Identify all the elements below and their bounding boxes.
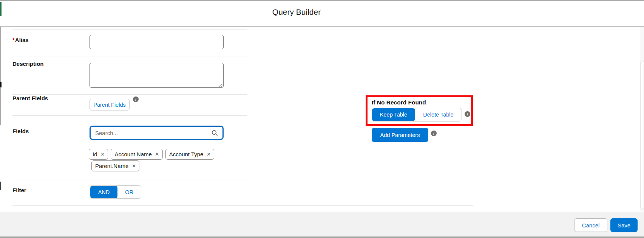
- alias-label: *Alias: [12, 37, 29, 43]
- filter-label: Filter: [12, 187, 26, 193]
- row-divider: [12, 56, 247, 56]
- parent-fields-label: Parent Fields: [12, 95, 48, 101]
- selected-fields-row-2: Parent.Name ×: [91, 160, 139, 171]
- page-title: Query Builder: [272, 8, 321, 17]
- background-page-edge: [0, 27, 1, 125]
- alias-input[interactable]: [90, 35, 224, 49]
- background-page-mark: [0, 82, 2, 87]
- required-asterisk: *: [12, 37, 15, 43]
- fields-search-box: [90, 126, 224, 140]
- row-divider-wide: [12, 205, 473, 206]
- field-chip: Account Type ×: [165, 149, 215, 160]
- field-chip-label: Parent.Name: [95, 163, 128, 169]
- vertical-scrollbar-thumb[interactable]: [640, 61, 644, 209]
- parent-fields-info-icon[interactable]: i: [133, 96, 139, 102]
- window-top-border: [0, 0, 644, 1]
- background-app-green-edge: [0, 2, 2, 16]
- row-divider: [12, 179, 247, 179]
- if-no-record-toggle: Keep Table Delete Table: [372, 108, 462, 121]
- save-button[interactable]: Save: [610, 218, 638, 232]
- row-divider: [12, 30, 247, 30]
- window-bottom-border: [0, 236, 644, 238]
- filter-and-button[interactable]: AND: [90, 186, 117, 198]
- filter-or-button[interactable]: OR: [117, 186, 141, 198]
- add-parameters-button[interactable]: Add Parameters: [372, 128, 428, 142]
- delete-table-button[interactable]: Delete Table: [415, 108, 462, 121]
- keep-table-button[interactable]: Keep Table: [372, 108, 415, 121]
- if-no-record-info-icon[interactable]: i: [465, 111, 470, 117]
- filter-and-or-toggle: AND OR: [90, 185, 141, 199]
- textarea-resize-handle[interactable]: [218, 82, 223, 87]
- field-chip: Id ×: [89, 149, 108, 160]
- field-chip-label: Id: [93, 151, 97, 157]
- search-icon[interactable]: [212, 130, 218, 136]
- cancel-button[interactable]: Cancel: [574, 218, 607, 232]
- query-builder-modal: Query Builder *Alias Description Parent …: [0, 0, 644, 238]
- if-no-record-found-label: If No Record Found: [372, 99, 426, 106]
- selected-fields-row-1: Id × Account Name × Account Type ×: [89, 149, 214, 160]
- row-divider: [12, 94, 247, 95]
- description-label: Description: [12, 61, 44, 67]
- description-textarea[interactable]: [90, 63, 224, 88]
- chip-remove-icon[interactable]: ×: [207, 151, 210, 157]
- header-divider: [0, 26, 644, 27]
- field-chip: Parent.Name ×: [91, 160, 139, 171]
- fields-label: Fields: [12, 128, 29, 134]
- row-divider: [12, 115, 247, 116]
- chip-remove-icon[interactable]: ×: [101, 151, 105, 157]
- parent-fields-button[interactable]: Parent Fields: [90, 99, 130, 110]
- background-page-mark-2: [0, 182, 1, 190]
- chip-remove-icon[interactable]: ×: [155, 151, 159, 157]
- fields-search-input[interactable]: [91, 130, 212, 136]
- field-chip-label: Account Name: [114, 151, 151, 157]
- modal-footer: [0, 212, 644, 237]
- field-chip: Account Name ×: [111, 149, 162, 160]
- add-parameters-info-icon[interactable]: i: [431, 131, 437, 136]
- chip-remove-icon[interactable]: ×: [132, 163, 136, 169]
- field-chip-label: Account Type: [169, 151, 204, 157]
